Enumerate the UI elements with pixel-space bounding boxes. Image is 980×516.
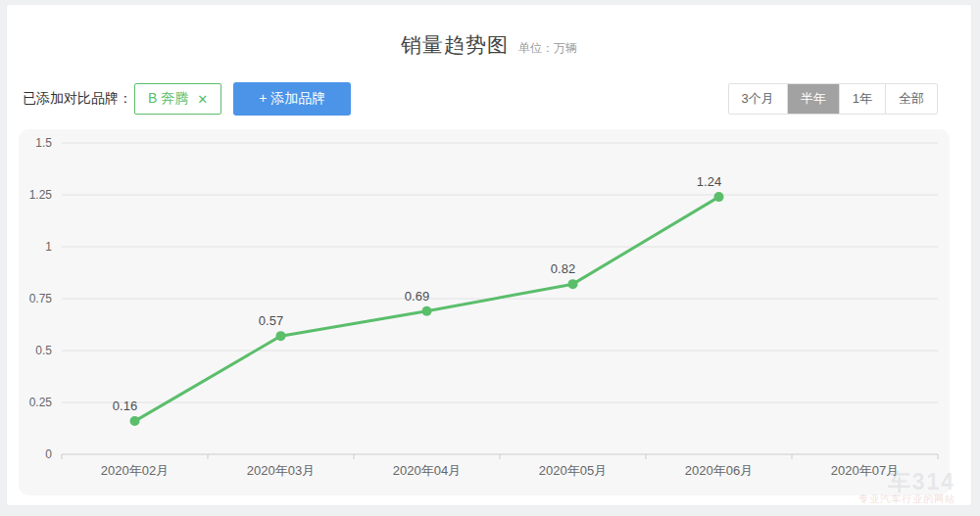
data-point-label: 1.24	[697, 174, 721, 189]
y-axis-tick-label: 1.25	[29, 188, 53, 202]
add-brand-button[interactable]: + 添加品牌	[233, 82, 351, 116]
y-axis-tick-label: 0	[45, 447, 52, 461]
time-range-option[interactable]: 全部	[885, 84, 937, 114]
page-title: 销量趋势图	[401, 31, 509, 59]
chart-card: 销量趋势图 单位：万辆 已添加对比品牌： B 奔腾 ✕ + 添加品牌 3个月半年…	[6, 4, 972, 506]
y-axis-tick-label: 1	[45, 240, 52, 254]
y-axis-tick-label: 0.5	[35, 344, 52, 357]
unit-label: 单位：万辆	[518, 40, 577, 57]
data-point[interactable]	[422, 306, 432, 316]
brand-tag[interactable]: B 奔腾 ✕	[134, 83, 221, 115]
added-brands-label: 已添加对比品牌：	[23, 90, 132, 108]
data-point[interactable]	[130, 416, 140, 426]
data-point-label: 0.69	[405, 289, 429, 304]
x-axis-label: 2020年06月	[685, 463, 753, 478]
time-range-group: 3个月半年1年全部	[728, 83, 938, 115]
remove-brand-icon[interactable]: ✕	[197, 92, 208, 107]
data-point-label: 0.16	[113, 399, 137, 413]
time-range-option[interactable]: 半年	[787, 84, 839, 114]
y-axis-tick-label: 1.5	[35, 136, 52, 150]
x-axis-label: 2020年02月	[101, 463, 169, 478]
y-axis-tick-label: 0.75	[29, 292, 53, 305]
data-point-label: 0.57	[259, 313, 283, 328]
controls-row: 已添加对比品牌： B 奔腾 ✕ + 添加品牌 3个月半年1年全部	[23, 83, 938, 115]
time-range-option[interactable]: 1年	[839, 84, 885, 114]
brand-tag-label: B 奔腾	[148, 90, 188, 108]
chart-header: 销量趋势图 单位：万辆	[7, 5, 971, 59]
data-point[interactable]	[714, 192, 724, 202]
data-point-label: 0.82	[551, 261, 575, 276]
trend-chart-svg: 00.250.50.7511.251.52020年02月2020年03月2020…	[19, 129, 950, 495]
data-point[interactable]	[568, 279, 578, 289]
watermark-subtitle: 专业汽车行业的网站	[858, 494, 956, 505]
data-point[interactable]	[276, 331, 286, 341]
chart-panel: 00.250.50.7511.251.52020年02月2020年03月2020…	[19, 129, 950, 495]
time-range-option[interactable]: 3个月	[729, 84, 787, 114]
x-axis-label: 2020年04月	[393, 463, 461, 478]
x-axis-label: 2020年03月	[247, 463, 315, 478]
x-axis-label: 2020年05月	[539, 463, 607, 478]
x-axis-label: 2020年07月	[831, 463, 899, 478]
y-axis-tick-label: 0.25	[29, 396, 53, 409]
